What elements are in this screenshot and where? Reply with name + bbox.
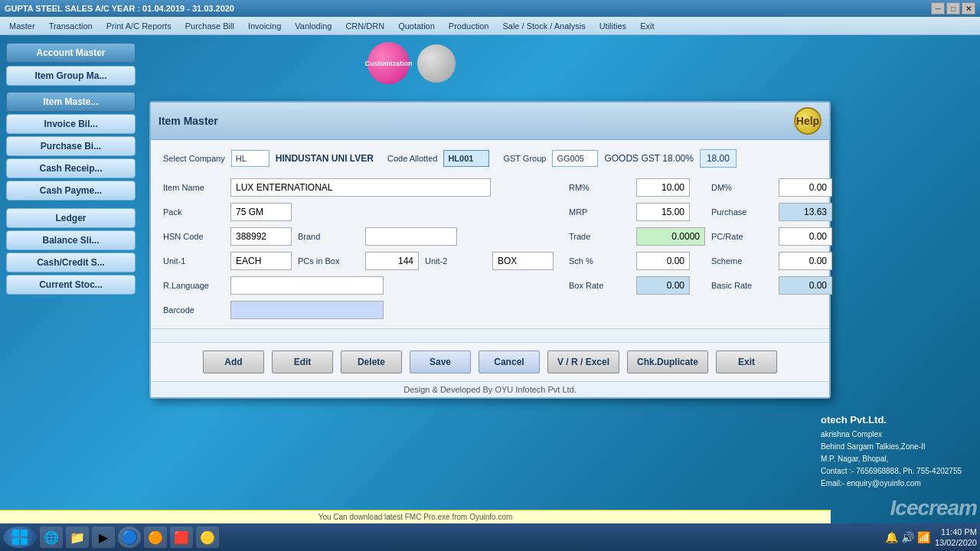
barcode-input[interactable] <box>230 301 384 319</box>
clock-date: 13/02/2020 <box>935 537 977 548</box>
menu-print[interactable]: Print A/C Reports <box>100 20 178 32</box>
company-code-input[interactable] <box>231 150 270 167</box>
sch-scheme-row: Sch % Scheme <box>569 252 832 270</box>
maximize-btn[interactable]: □ <box>946 2 960 15</box>
unit1-input[interactable] <box>230 252 292 270</box>
menu-utilities[interactable]: Utilities <box>593 20 632 32</box>
dialog-body: Select Company HINDUSTAN UNI LVER Code A… <box>151 140 829 328</box>
sidebar: Account Master Item Group Ma... Item Mas… <box>0 35 142 523</box>
sidebar-item-ledger[interactable]: Ledger <box>6 208 136 228</box>
taskbar-ie-icon[interactable]: 🌐 <box>40 527 63 548</box>
cancel-button[interactable]: Cancel <box>479 350 540 373</box>
save-button[interactable]: Save <box>410 350 471 373</box>
basic-rate-group: Basic Rate <box>711 276 832 295</box>
chk-duplicate-button[interactable]: Chk.Duplicate <box>627 350 708 373</box>
delete-button[interactable]: Delete <box>341 350 402 373</box>
dialog-footer: Design & Developed By OYU Infotech Pvt L… <box>151 381 829 397</box>
svg-rect-0 <box>12 530 19 536</box>
close-btn[interactable]: ✕ <box>962 2 975 15</box>
unit2-label: Unit-2 <box>425 256 486 266</box>
dm-percent-input[interactable] <box>779 178 832 197</box>
clock-time: 11:40 PM <box>935 527 977 537</box>
trade-input[interactable] <box>636 227 705 246</box>
taskbar-chrome-icon[interactable]: 🔵 <box>118 527 141 548</box>
dm-percent-label: DM% <box>711 183 773 192</box>
brand-label: Brand <box>298 232 359 241</box>
menu-quotation[interactable]: Quotation <box>392 20 441 32</box>
purchase-input[interactable] <box>779 203 832 221</box>
menu-master[interactable]: Master <box>3 20 41 32</box>
taskbar-app2-icon[interactable]: 🟥 <box>170 527 193 548</box>
icecream-logo-area: Icecream <box>827 462 980 523</box>
edit-button[interactable]: Edit <box>272 350 333 373</box>
menu-purchase-bill[interactable]: Purchase Bill <box>179 20 240 32</box>
menu-crn-drn[interactable]: CRN/DRN <box>339 20 390 32</box>
trade-pcrate-row: Trade PC/Rate <box>569 227 832 246</box>
system-clock: 11:40 PM 13/02/2020 <box>935 527 977 549</box>
sidebar-item-account-master[interactable]: Account Master <box>6 43 136 63</box>
help-button[interactable]: Help <box>794 107 822 135</box>
right-column: RM% DM% MRP Purchase <box>569 178 832 319</box>
taskbar-folder-icon[interactable]: 📁 <box>66 527 89 548</box>
company-label: Select Company <box>163 154 225 163</box>
sidebar-item-current-stock[interactable]: Current Stoc... <box>6 275 136 295</box>
pack-input[interactable] <box>230 203 292 221</box>
sidebar-item-item-master[interactable]: Item Maste... <box>6 92 136 112</box>
item-name-row: Item Name <box>163 178 554 197</box>
box-rate-label: Box Rate <box>569 281 630 290</box>
sidebar-item-purchase-bill[interactable]: Purchase Bi... <box>6 136 136 156</box>
company-info-header: otech Pvt.Ltd. <box>821 412 974 429</box>
gst-description: GOODS GST 18.00% <box>604 153 694 164</box>
code-allotted-input[interactable] <box>443 150 489 167</box>
customization-button[interactable]: Customization <box>368 42 410 84</box>
units-row: Unit-1 PCs in Box Unit-2 <box>163 252 554 270</box>
taskbar-media-icon[interactable]: ▶ <box>92 527 115 548</box>
taskbar-system-icons: 🔔 🔊 📶 <box>885 531 930 543</box>
barcode-row: Barcode <box>163 301 554 319</box>
pc-rate-input[interactable] <box>779 227 832 246</box>
menu-production[interactable]: Production <box>443 20 495 32</box>
menu-exit[interactable]: Exit <box>634 20 660 32</box>
sch-percent-input[interactable] <box>636 252 690 270</box>
purchase-label: Purchase <box>711 207 773 217</box>
sidebar-item-cash-payment[interactable]: Cash Payme... <box>6 181 136 201</box>
hsn-code-input[interactable] <box>230 227 292 246</box>
scheme-input[interactable] <box>779 252 832 270</box>
taskbar-app3-icon[interactable]: 🟡 <box>196 527 219 548</box>
left-column: Item Name Pack HSN Code Brand Unit- <box>163 178 554 319</box>
rm-percent-input[interactable] <box>636 178 690 197</box>
mrp-input[interactable] <box>636 203 690 221</box>
brand-input[interactable] <box>365 227 457 246</box>
start-button[interactable] <box>3 527 37 548</box>
menu-invoicing[interactable]: Invoicing <box>242 20 287 32</box>
profile-circle[interactable] <box>417 44 456 83</box>
box-rate-input[interactable] <box>636 276 690 295</box>
menu-transaction[interactable]: Transaction <box>43 20 99 32</box>
menu-vanloding[interactable]: Vanloding <box>289 20 338 32</box>
sidebar-item-invoice-bill[interactable]: Invoice Bil... <box>6 114 136 134</box>
sidebar-item-cash-credit[interactable]: Cash/Credit S... <box>6 253 136 272</box>
sidebar-item-balance-slip[interactable]: Balance Sli... <box>6 230 136 250</box>
vr-excel-button[interactable]: V / R / Excel <box>547 350 619 373</box>
basic-rate-input[interactable] <box>779 276 832 295</box>
action-buttons-row: Add Edit Delete Save Cancel V / R / Exce… <box>151 342 829 381</box>
item-master-dialog: Item Master Help Select Company HINDUSTA… <box>149 101 831 399</box>
gst-group-input[interactable] <box>552 150 598 167</box>
menu-sale-stock[interactable]: Sale / Stock / Analysis <box>496 20 591 32</box>
sidebar-item-group-master[interactable]: Item Group Ma... <box>6 66 136 86</box>
trade-group: Trade <box>569 227 705 246</box>
item-name-input[interactable] <box>230 178 491 197</box>
r-language-input[interactable] <box>230 276 384 295</box>
minimize-btn[interactable]: ─ <box>931 2 945 15</box>
taskbar-app1-icon[interactable]: 🟠 <box>144 527 167 548</box>
company-address2: Behind Sargam Talkies,Zone-II <box>821 441 974 453</box>
pc-rate-group: PC/Rate <box>711 227 832 246</box>
sidebar-item-cash-receipt[interactable]: Cash Receip... <box>6 158 136 178</box>
pcs-in-box-input[interactable] <box>365 252 419 270</box>
unit2-input[interactable] <box>492 252 554 270</box>
add-button[interactable]: Add <box>203 350 264 373</box>
exit-button[interactable]: Exit <box>716 350 777 373</box>
company-name-text: HINDUSTAN UNI LVER <box>276 153 374 164</box>
box-rate-group: Box Rate <box>569 276 690 295</box>
svg-rect-3 <box>21 538 28 545</box>
